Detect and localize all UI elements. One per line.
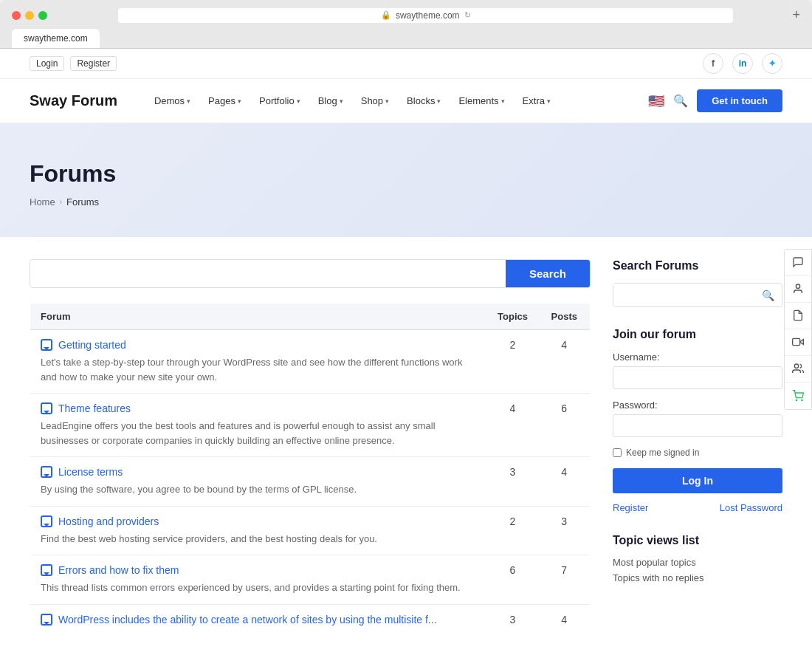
topics-cell: 3 — [487, 604, 539, 639]
table-row: Theme features LeadEngine offers you the… — [30, 394, 591, 457]
forum-topic-link[interactable]: Hosting and providers — [41, 515, 477, 527]
twitter-icon[interactable]: ✦ — [762, 53, 782, 74]
login-button[interactable]: Log In — [613, 468, 782, 493]
chevron-down-icon: ▾ — [340, 97, 343, 105]
topic-views-list: Most popular topicsTopics with no replie… — [613, 555, 782, 586]
nav-item-extra[interactable]: Extra ▾ — [515, 89, 558, 112]
video-panel-icon[interactable] — [785, 329, 811, 356]
browser-dots — [12, 11, 47, 20]
sidebar-search-wrap: 🔍 — [613, 283, 782, 307]
sidebar-topic-views: Topic views list Most popular topicsTopi… — [613, 534, 782, 586]
forum-cell: Hosting and providers Find the best web … — [30, 506, 487, 555]
username-input[interactable] — [613, 366, 782, 389]
chevron-down-icon: ▾ — [437, 97, 441, 105]
breadcrumb: Home › Forums — [30, 196, 782, 208]
forum-topic-desc: Find the best web hosting service provid… — [41, 532, 477, 546]
page-wrapper: Login Register f in ✦ Sway Forum Demos ▾… — [0, 49, 812, 658]
nav-item-shop[interactable]: Shop ▾ — [354, 89, 396, 112]
keep-signed-checkbox[interactable] — [613, 448, 622, 457]
lost-password-link[interactable]: Lost Password — [720, 502, 782, 513]
chat-icon — [41, 402, 52, 414]
password-group: Password: — [613, 400, 782, 437]
forum-topic-desc: By using the software, you agree to be b… — [41, 482, 477, 497]
breadcrumb-separator: › — [60, 198, 62, 206]
forum-table: Forum Topics Posts Getting started Let's… — [30, 303, 591, 640]
sidebar-search-input[interactable] — [613, 284, 782, 306]
nav-item-elements[interactable]: Elements ▾ — [451, 89, 512, 112]
forum-topic-link[interactable]: Getting started — [41, 339, 477, 351]
cart-panel-icon[interactable] — [785, 383, 811, 409]
chevron-down-icon: ▾ — [501, 97, 505, 105]
site-logo[interactable]: Sway Forum — [30, 92, 117, 109]
document-panel-icon[interactable] — [785, 303, 811, 329]
svg-point-0 — [796, 284, 799, 288]
posts-cell: 3 — [539, 506, 591, 555]
chevron-down-icon: ▾ — [297, 97, 300, 105]
browser-tab[interactable]: swaytheme.com — [12, 29, 100, 48]
login-link[interactable]: Login — [30, 56, 64, 71]
page-title: Forums — [30, 160, 782, 188]
topics-cell: 2 — [487, 506, 539, 555]
top-bar-left: Login Register — [30, 56, 117, 71]
nav-right: 🇺🇸 🔍 Get in touch — [648, 89, 782, 112]
lock-icon: 🔒 — [381, 10, 391, 20]
table-row: Getting started Let's take a step-by-ste… — [30, 330, 591, 394]
topics-col-header: Topics — [487, 304, 539, 330]
main-nav: Sway Forum Demos ▾ Pages ▾ Portfolio ▾ B… — [0, 79, 812, 123]
forum-topic-link[interactable]: WordPress includes the ability to create… — [41, 614, 477, 626]
list-item[interactable]: Most popular topics — [613, 555, 782, 570]
chevron-down-icon: ▾ — [385, 97, 389, 105]
nav-item-blog[interactable]: Blog ▾ — [311, 89, 351, 112]
nav-item-blocks[interactable]: Blocks ▾ — [399, 89, 448, 112]
flag-icon[interactable]: 🇺🇸 — [648, 93, 664, 109]
refresh-icon[interactable]: ↻ — [464, 10, 471, 20]
chat-icon — [41, 466, 52, 478]
forum-topic-link[interactable]: Errors and how to fix them — [41, 564, 477, 576]
hero-area: Forums Home › Forums — [0, 123, 812, 237]
nav-item-demos[interactable]: Demos ▾ — [147, 89, 198, 112]
maximize-dot[interactable] — [38, 11, 47, 20]
sidebar: Search Forums 🔍 Join our forum Username:… — [613, 259, 782, 640]
minimize-dot[interactable] — [25, 11, 34, 20]
address-bar[interactable]: 🔒 swaytheme.com ↻ — [118, 8, 733, 23]
forum-cell: Theme features LeadEngine offers you the… — [30, 394, 487, 457]
nav-item-portfolio[interactable]: Portfolio ▾ — [252, 89, 308, 112]
right-panel — [784, 249, 812, 410]
forum-cell: License terms By using the software, you… — [30, 457, 487, 507]
password-input[interactable] — [613, 414, 782, 437]
user-panel-icon[interactable] — [785, 276, 811, 303]
top-bar-right: f in ✦ — [703, 53, 782, 74]
forum-topic-link[interactable]: Theme features — [41, 402, 477, 414]
search-icon[interactable]: 🔍 — [673, 94, 688, 108]
chat-icon — [41, 339, 52, 351]
forum-search-input[interactable] — [30, 260, 506, 287]
nav-item-pages[interactable]: Pages ▾ — [201, 89, 249, 112]
forum-col-header: Forum — [30, 304, 487, 330]
cta-button[interactable]: Get in touch — [697, 89, 782, 112]
table-row: License terms By using the software, you… — [30, 457, 591, 507]
close-dot[interactable] — [12, 11, 21, 20]
table-row: Hosting and providers Find the best web … — [30, 506, 591, 555]
users-panel-icon[interactable] — [785, 356, 811, 383]
forum-cell: WordPress includes the ability to create… — [30, 604, 487, 639]
chat-panel-icon[interactable] — [785, 250, 811, 276]
topics-cell: 2 — [487, 330, 539, 394]
breadcrumb-home[interactable]: Home — [30, 196, 55, 208]
breadcrumb-current: Forums — [66, 196, 99, 208]
posts-cell: 4 — [539, 604, 591, 639]
new-tab-button[interactable]: + — [792, 7, 800, 23]
facebook-icon[interactable]: f — [703, 53, 723, 74]
register-link[interactable]: Register — [70, 56, 117, 71]
linkedin-icon[interactable]: in — [732, 53, 753, 74]
chevron-down-icon: ▾ — [238, 97, 241, 105]
register-sidebar-link[interactable]: Register — [613, 502, 648, 513]
chevron-down-icon: ▾ — [187, 97, 190, 105]
list-item[interactable]: Topics with no replies — [613, 570, 782, 586]
username-label: Username: — [613, 352, 782, 363]
svg-point-3 — [794, 364, 798, 368]
forum-search-button[interactable]: Search — [506, 260, 590, 287]
tab-label: swaytheme.com — [24, 33, 88, 44]
forum-topic-link[interactable]: License terms — [41, 466, 477, 478]
topics-cell: 6 — [487, 555, 539, 605]
forum-topic-desc: LeadEngine offers you the best tools and… — [41, 419, 477, 448]
